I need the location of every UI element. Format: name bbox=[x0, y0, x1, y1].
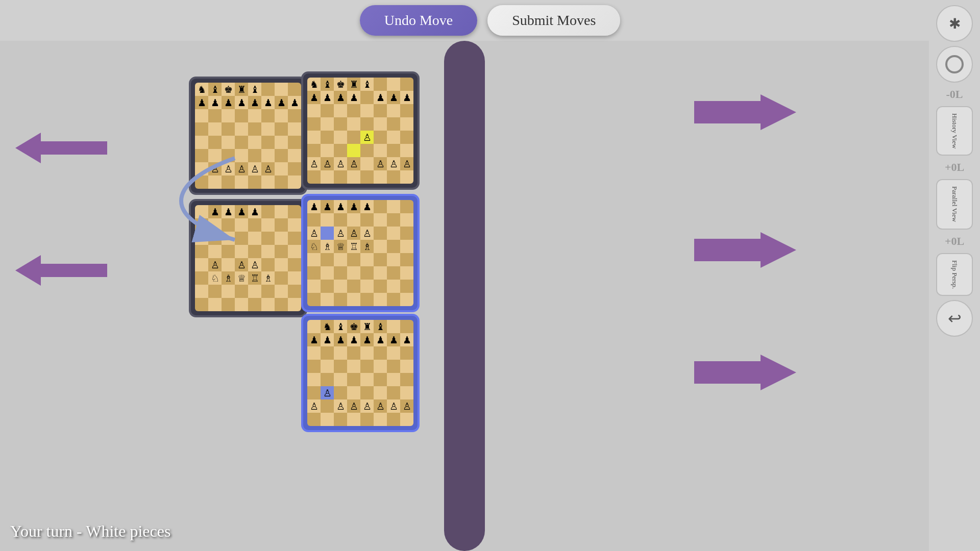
svg-marker-3 bbox=[694, 94, 796, 130]
svg-marker-2 bbox=[15, 255, 107, 286]
score-bot: +0L bbox=[945, 235, 964, 248]
history-view-button[interactable]: History View bbox=[936, 106, 973, 156]
top-left-board[interactable]: ♞♝♚♜♝♟♟♟♟♟♟♟♟♙♙♙♙♙ bbox=[189, 77, 307, 195]
svg-marker-1 bbox=[15, 133, 107, 163]
arrow-right-top bbox=[694, 92, 796, 135]
bottom-left-board[interactable]: ♟♟♟♟♙♙♙♘♗♕♖♗ bbox=[189, 199, 307, 317]
arrow-left-top bbox=[15, 130, 107, 168]
score-top: -0L bbox=[946, 88, 963, 101]
right-sidebar: ✱ -0L History View +0L Parallel View +0L… bbox=[929, 0, 980, 551]
arrow-left-bottom bbox=[15, 253, 107, 290]
svg-marker-5 bbox=[694, 355, 796, 390]
top-bar: Undo Move Submit Moves bbox=[0, 0, 980, 41]
arrow-right-mid bbox=[694, 230, 796, 272]
parallel-view-button[interactable]: Parallel View bbox=[936, 179, 973, 229]
submit-moves-button[interactable]: Submit Moves bbox=[487, 5, 620, 36]
circle-button[interactable] bbox=[936, 46, 973, 83]
center-bot-board[interactable]: ♞♝♚♜♝♟♟♟♟♟♟♟♟♙♙♙♙♙♙♙♙ bbox=[301, 314, 420, 432]
arrow-right-bot bbox=[694, 352, 796, 395]
center-mid-board[interactable]: ♟♟♟♟♟♙♙♙♙♘♗♕♖♗ bbox=[301, 194, 420, 312]
center-top-board[interactable]: ♞♝♚♜♝♟♟♟♟♟♟♟♙♙♙♙♙♙♙♙ bbox=[301, 71, 420, 190]
star-button[interactable]: ✱ bbox=[936, 5, 973, 42]
status-text: Your turn - White pieces bbox=[10, 522, 170, 540]
center-track bbox=[444, 41, 485, 551]
status-bar: Your turn - White pieces bbox=[10, 522, 170, 541]
circle-icon bbox=[945, 55, 964, 73]
back-button[interactable]: ↩ bbox=[936, 300, 973, 337]
flip-persp-button[interactable]: Flip Persp. bbox=[936, 253, 973, 296]
svg-marker-4 bbox=[694, 232, 796, 268]
main-area: ♞♝♚♜♝♟♟♟♟♟♟♟♟♙♙♙♙♙ ♟♟♟♟♙♙♙♘♗♕♖♗ ♞♝♚♜♝♟♟♟… bbox=[0, 41, 929, 551]
score-mid: +0L bbox=[945, 161, 964, 174]
undo-move-button[interactable]: Undo Move bbox=[360, 5, 478, 36]
